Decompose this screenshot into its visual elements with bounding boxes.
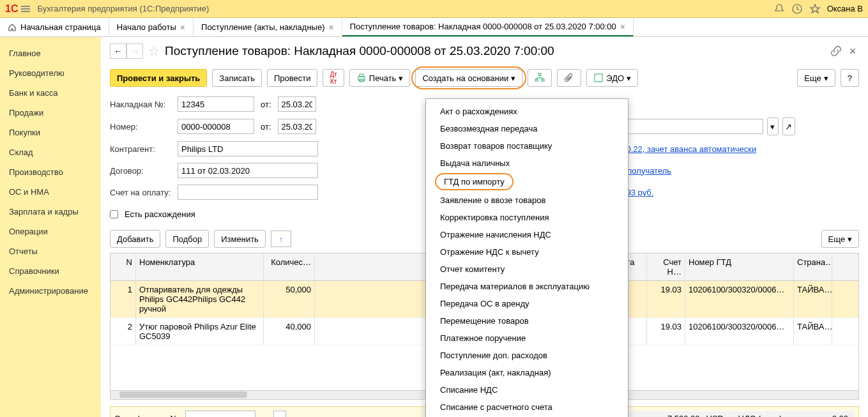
star-icon[interactable]: [809, 3, 821, 15]
number-label: Номер:: [110, 122, 174, 132]
dropdown-item[interactable]: Реализация (акт, накладная): [426, 364, 628, 381]
favorite-star-icon[interactable]: ☆: [148, 43, 160, 59]
number-date-input[interactable]: [278, 119, 316, 134]
col-vat-account[interactable]: Счет Н…: [647, 254, 685, 280]
titlebar: 1C Бухгалтерия предприятия (1С:Предприят…: [0, 0, 868, 18]
post-and-close-button[interactable]: Провести и закрыть: [110, 69, 207, 87]
sidebar-item-catalogs[interactable]: Справочники: [0, 261, 101, 281]
invoice-no-input[interactable]: [178, 96, 254, 112]
dropdown-item[interactable]: Отражение НДС к вычету: [426, 243, 628, 261]
create-on-basis-button[interactable]: Создать на основании ▾: [415, 69, 522, 87]
invoice-no-label: Накладная №:: [110, 100, 174, 109]
sidebar-item-manager[interactable]: Руководителю: [0, 63, 101, 83]
doc-title: Поступление товаров: Накладная 0000-0000…: [165, 44, 826, 58]
contractor-label: Контрагент:: [110, 144, 174, 154]
edo-label: ЭДО: [606, 73, 624, 83]
dropdown-item[interactable]: Списание НДС: [426, 381, 628, 398]
dropdown-item[interactable]: Корректировка поступления: [426, 209, 628, 226]
back-button[interactable]: ←: [110, 43, 126, 59]
sidebar-item-assets[interactable]: ОС и НМА: [0, 182, 101, 202]
sf-label: Счет-фактура №:: [114, 414, 181, 418]
col-qty[interactable]: Количес…: [264, 254, 315, 280]
sidebar-item-main[interactable]: Главное: [0, 43, 101, 63]
dtkt-button[interactable]: ДтКт: [323, 69, 344, 87]
total-value: 7 590,00: [643, 414, 700, 418]
tab-home[interactable]: Начальная страница: [0, 18, 109, 36]
tree-icon: [535, 73, 545, 83]
dropdown-item[interactable]: Отчет комитенту: [426, 261, 628, 278]
sidebar-item-production[interactable]: Производство: [0, 162, 101, 182]
dropdown-item[interactable]: Заявление о ввозе товаров: [426, 192, 628, 209]
help-button[interactable]: ?: [841, 69, 859, 87]
contract-label: Договор:: [110, 166, 174, 176]
org-select-button[interactable]: ▾: [767, 118, 779, 135]
discrepancies-checkbox[interactable]: [110, 210, 118, 218]
sidebar-item-warehouse[interactable]: Склад: [0, 142, 101, 162]
sf-number-input[interactable]: [185, 411, 255, 417]
sidebar-item-operations[interactable]: Операции: [0, 222, 101, 241]
sidebar-item-bank[interactable]: Банк и касса: [0, 83, 101, 103]
dropdown-item[interactable]: Выдача наличных: [426, 155, 628, 172]
bell-icon[interactable]: [773, 3, 785, 15]
dropdown-item[interactable]: Платежное поручение: [426, 330, 628, 347]
edo-button[interactable]: ЭДО ▾: [586, 69, 638, 87]
sf-date-input[interactable]: [273, 411, 286, 417]
pick-button[interactable]: Подбор: [165, 230, 209, 248]
col-gtd[interactable]: Номер ГТД: [685, 254, 794, 280]
attach-button[interactable]: [557, 69, 581, 87]
svg-rect-2: [21, 11, 30, 12]
dropdown-item[interactable]: Передача ОС в аренду: [426, 295, 628, 312]
col-n[interactable]: N: [110, 254, 136, 280]
write-button[interactable]: Записать: [212, 69, 262, 87]
col-name[interactable]: Номенклатура: [136, 254, 264, 280]
table-more-button[interactable]: Еще ▾: [821, 230, 859, 248]
invoice-for-input[interactable]: [178, 185, 318, 200]
contract-input[interactable]: [178, 163, 318, 178]
tab-current-doc[interactable]: Поступление товаров: Накладная 0000-0000…: [342, 18, 634, 36]
dropdown-item[interactable]: Списание с расчетного счета: [426, 398, 628, 416]
number-input[interactable]: [178, 119, 254, 134]
close-icon[interactable]: ×: [620, 22, 625, 32]
link-icon[interactable]: [830, 45, 842, 57]
tab-label: Поступление товаров: Накладная 0000-0000…: [350, 22, 616, 31]
post-button[interactable]: Провести: [267, 69, 318, 87]
close-icon[interactable]: ×: [329, 22, 334, 33]
sidebar-item-admin[interactable]: Администрирование: [0, 281, 101, 301]
structure-button[interactable]: [528, 69, 552, 87]
dropdown-item[interactable]: ГТД по импорту: [435, 173, 514, 190]
user-name[interactable]: Оксана В: [827, 4, 863, 13]
sidebar-item-sales[interactable]: Продажи: [0, 103, 101, 123]
close-icon[interactable]: ×: [180, 22, 185, 33]
dropdown-item[interactable]: Перемещение товаров: [426, 312, 628, 330]
dropdown-item[interactable]: Поступление доп. расходов: [426, 347, 628, 364]
invoice-date-input[interactable]: [278, 96, 316, 112]
sidebar-item-payroll[interactable]: Зарплата и кадры: [0, 202, 101, 222]
close-panel-icon[interactable]: ×: [846, 45, 859, 57]
sidebar-item-reports[interactable]: Отчеты: [0, 241, 101, 261]
more-button[interactable]: Еще ▾: [797, 69, 835, 87]
add-row-button[interactable]: Добавить: [110, 230, 160, 248]
svg-rect-5: [360, 74, 363, 77]
home-icon: [8, 23, 17, 32]
dropdown-item[interactable]: Акт о расхождениях: [426, 103, 628, 120]
dropdown-item[interactable]: Отражение начисления НДС: [426, 226, 628, 243]
dtkt-icon: ДтКт: [330, 71, 337, 85]
move-up-button[interactable]: ↑: [271, 231, 291, 247]
org-open-button[interactable]: ↗: [782, 118, 795, 135]
currency: USD: [706, 414, 732, 418]
menu-icon[interactable]: [20, 4, 31, 14]
svg-rect-9: [542, 79, 544, 81]
tabbar: Начальная страница Начало работы× Поступ…: [0, 18, 868, 37]
col-country[interactable]: Страна…: [794, 254, 832, 280]
forward-button[interactable]: →: [126, 43, 143, 59]
edit-row-button[interactable]: Изменить: [214, 230, 266, 248]
tab-start-work[interactable]: Начало работы×: [109, 18, 194, 36]
contractor-input[interactable]: [178, 141, 318, 156]
dropdown-item[interactable]: Безвозмездная передача: [426, 120, 628, 137]
print-button[interactable]: Печать ▾: [349, 69, 411, 87]
history-icon[interactable]: [791, 3, 803, 15]
sidebar-item-purchases[interactable]: Покупки: [0, 123, 101, 142]
dropdown-item[interactable]: Возврат товаров поставщику: [426, 137, 628, 155]
dropdown-item[interactable]: Передача материалов в эксплуатацию: [426, 278, 628, 295]
tab-receipts-list[interactable]: Поступление (акты, накладные)×: [194, 18, 342, 36]
